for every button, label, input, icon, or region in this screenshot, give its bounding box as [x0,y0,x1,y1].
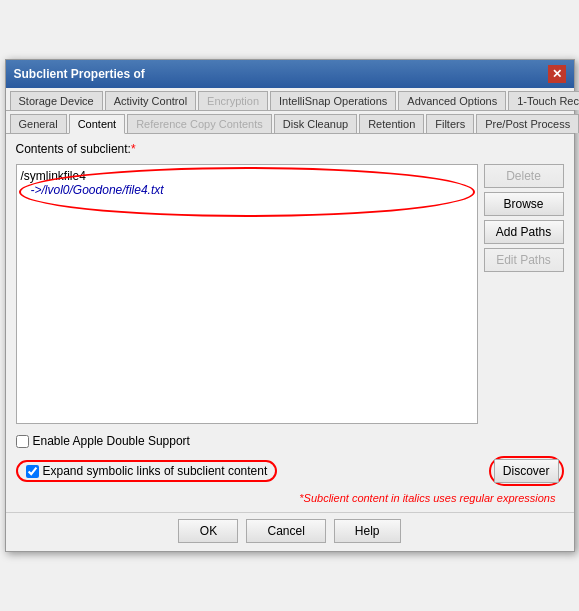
delete-button[interactable]: Delete [484,164,564,188]
dialog-window: Subclient Properties of ✕ Storage Device… [5,59,575,552]
tab-retention[interactable]: Retention [359,114,424,133]
tab-content[interactable]: Content [69,114,126,134]
tab-advanced-options[interactable]: Advanced Options [398,91,506,110]
dialog-title: Subclient Properties of [14,67,145,81]
list-item-main: /symlinkfile4 [21,169,473,183]
ok-button[interactable]: OK [178,519,238,543]
tab-filters[interactable]: Filters [426,114,474,133]
title-bar: Subclient Properties of ✕ [6,60,574,88]
symbolic-links-label: Expand symbolic links of subclient conte… [43,464,268,478]
tab-intellisnap[interactable]: IntelliSnap Operations [270,91,396,110]
cancel-button[interactable]: Cancel [246,519,325,543]
help-button[interactable]: Help [334,519,401,543]
dialog-body: Contents of subclient:* /symlinkfile4 ->… [6,134,574,512]
tab-storage-device[interactable]: Storage Device [10,91,103,110]
tabs-row1: Storage Device Activity Control Encrypti… [6,88,574,111]
footer-buttons: OK Cancel Help [6,512,574,551]
tab-1touch-recovery[interactable]: 1-Touch Recovery [508,91,579,110]
symbolic-links-oval: Expand symbolic links of subclient conte… [16,460,278,482]
tabs-row2: General Content Reference Copy Contents … [6,111,574,134]
discover-oval: Discover [489,456,564,486]
edit-paths-button[interactable]: Edit Paths [484,248,564,272]
tab-disk-cleanup[interactable]: Disk Cleanup [274,114,357,133]
tab-prepost[interactable]: Pre/Post Process [476,114,579,133]
apple-double-checkbox[interactable] [16,435,29,448]
content-area: /symlinkfile4 ->/lvol0/Goodone/file4.txt… [16,164,564,424]
apple-double-label: Enable Apple Double Support [33,434,190,448]
symbolic-links-checkbox[interactable] [26,465,39,478]
discover-button[interactable]: Discover [494,459,559,483]
close-button[interactable]: ✕ [548,65,566,83]
tab-encryption[interactable]: Encryption [198,91,268,110]
apple-double-row: Enable Apple Double Support [16,434,564,448]
tab-reference-copy[interactable]: Reference Copy Contents [127,114,272,133]
bottom-row: Expand symbolic links of subclient conte… [16,456,564,486]
note-text: *Subclient content in italics uses regul… [16,492,556,504]
list-item-sub: ->/lvol0/Goodone/file4.txt [21,183,473,197]
browse-button[interactable]: Browse [484,192,564,216]
tab-general[interactable]: General [10,114,67,133]
tab-activity-control[interactable]: Activity Control [105,91,196,110]
add-paths-button[interactable]: Add Paths [484,220,564,244]
buttons-column: Delete Browse Add Paths Edit Paths [484,164,564,424]
contents-label: Contents of subclient:* [16,142,564,156]
content-list[interactable]: /symlinkfile4 ->/lvol0/Goodone/file4.txt [16,164,478,424]
